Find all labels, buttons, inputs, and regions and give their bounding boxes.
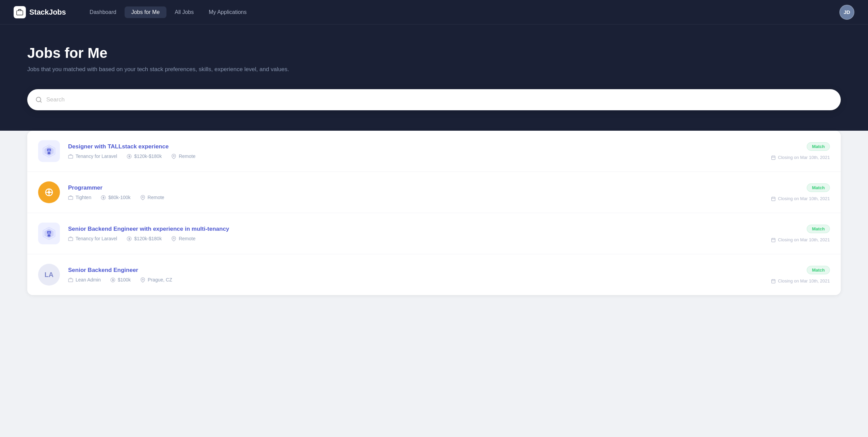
hero-section: Jobs for Me Jobs that you matched with b… <box>0 25 868 137</box>
svg-point-20 <box>48 191 50 194</box>
closing-date: Closing on Mar 10th, 2021 <box>771 155 830 160</box>
match-badge: Match <box>807 266 830 274</box>
salary: $120k-$180k <box>127 236 162 241</box>
job-info: Programmer Tighten $80k-100k <box>68 184 763 200</box>
svg-rect-43 <box>771 279 775 283</box>
jobs-list: Designer with TALLstack experience Tenan… <box>27 131 841 295</box>
salary: $80k-100k <box>101 195 130 200</box>
location: Remote <box>140 195 164 200</box>
job-info: Senior Backend Engineer with experience … <box>68 226 763 241</box>
job-meta: Tenancy for Laravel $120k-$180k Remote <box>68 236 763 241</box>
closing-date: Closing on Mar 10th, 2021 <box>771 196 830 201</box>
salary: $120k-$180k <box>127 153 162 159</box>
company-logo <box>38 140 60 162</box>
job-title: Designer with TALLstack experience <box>68 143 763 150</box>
svg-rect-12 <box>771 156 775 160</box>
search-bar <box>27 89 841 110</box>
svg-point-42 <box>142 279 144 280</box>
job-meta: Tighten $80k-100k Remote <box>68 195 763 200</box>
nav-link-dashboard[interactable]: Dashboard <box>83 6 123 18</box>
job-right: Match Closing on Mar 10th, 2021 <box>771 142 830 160</box>
brand-icon <box>14 6 26 18</box>
nav-links: Dashboard Jobs for Me All Jobs My Applic… <box>83 6 839 18</box>
svg-rect-24 <box>771 197 775 201</box>
svg-rect-1 <box>17 11 23 15</box>
job-right: Match Closing on Mar 10th, 2021 <box>771 183 830 201</box>
match-badge: Match <box>807 183 830 192</box>
table-row[interactable]: Designer with TALLstack experience Tenan… <box>27 131 841 172</box>
company-name: Tighten <box>68 195 91 200</box>
company-logo <box>38 223 60 244</box>
job-info: Designer with TALLstack experience Tenan… <box>68 143 763 159</box>
svg-rect-36 <box>771 238 775 242</box>
job-info: Senior Backend Engineer Lean Admin $100k <box>68 267 763 282</box>
table-row[interactable]: Senior Backend Engineer with experience … <box>27 213 841 254</box>
closing-date: Closing on Mar 10th, 2021 <box>771 278 830 284</box>
match-badge: Match <box>807 225 830 233</box>
page-title: Jobs for Me <box>27 45 841 61</box>
svg-rect-9 <box>68 155 73 158</box>
avatar[interactable]: JD <box>839 5 854 20</box>
page-subtitle: Jobs that you matched with based on your… <box>27 66 841 73</box>
job-meta: Tenancy for Laravel $120k-$180k Remote <box>68 153 763 159</box>
company-name: Lean Admin <box>68 277 101 282</box>
location: Prague, CZ <box>140 277 172 282</box>
navbar: StackJobs Dashboard Jobs for Me All Jobs… <box>0 0 868 25</box>
job-right: Match Closing on Mar 10th, 2021 <box>771 266 830 284</box>
svg-rect-21 <box>68 196 73 199</box>
svg-rect-33 <box>68 238 73 241</box>
svg-point-35 <box>173 238 175 239</box>
job-title: Senior Backend Engineer with experience … <box>68 226 763 232</box>
table-row[interactable]: LA Senior Backend Engineer Lean Admin <box>27 254 841 295</box>
brand[interactable]: StackJobs <box>14 6 66 18</box>
match-badge: Match <box>807 142 830 151</box>
job-meta: Lean Admin $100k Prague, CZ <box>68 277 763 282</box>
svg-point-23 <box>142 196 143 198</box>
nav-link-jobs-for-me[interactable]: Jobs for Me <box>125 6 167 18</box>
job-right: Match Closing on Mar 10th, 2021 <box>771 225 830 242</box>
location: Remote <box>171 153 195 159</box>
brand-name: StackJobs <box>29 8 66 17</box>
svg-line-3 <box>40 101 42 102</box>
svg-rect-40 <box>68 279 73 282</box>
company-logo: LA <box>38 264 60 286</box>
jobs-container: Designer with TALLstack experience Tenan… <box>0 131 868 322</box>
company-name: Tenancy for Laravel <box>68 236 117 241</box>
salary: $100k <box>110 277 131 282</box>
company-logo <box>38 181 60 203</box>
closing-date: Closing on Mar 10th, 2021 <box>771 237 830 242</box>
svg-rect-32 <box>48 232 50 233</box>
nav-link-all-jobs[interactable]: All Jobs <box>168 6 200 18</box>
location: Remote <box>171 236 195 241</box>
company-name: Tenancy for Laravel <box>68 153 117 159</box>
nav-link-my-applications[interactable]: My Applications <box>202 6 253 18</box>
svg-rect-7 <box>48 152 50 155</box>
svg-rect-8 <box>48 150 50 151</box>
job-title: Senior Backend Engineer <box>68 267 763 274</box>
search-input[interactable] <box>46 96 833 103</box>
table-row[interactable]: Programmer Tighten $80k-100k <box>27 172 841 213</box>
svg-point-11 <box>173 155 175 157</box>
svg-rect-31 <box>48 234 50 237</box>
job-title: Programmer <box>68 184 763 191</box>
search-icon <box>35 96 42 103</box>
